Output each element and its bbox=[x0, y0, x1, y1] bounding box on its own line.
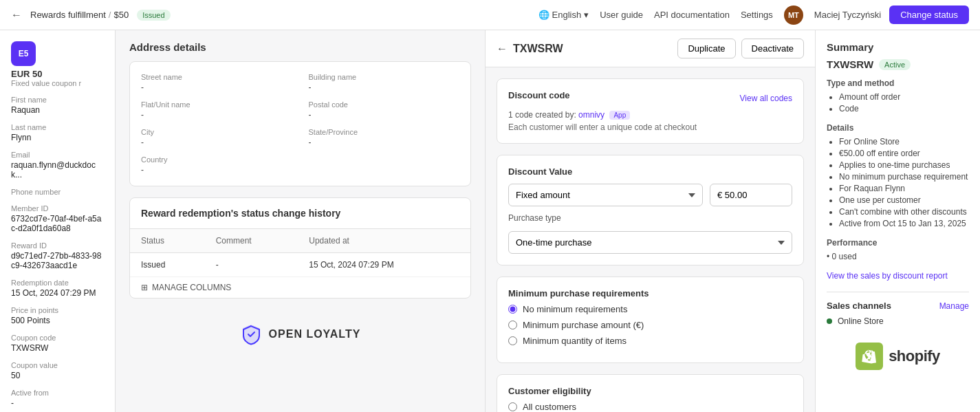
code-created-info: 1 code created by: omnivy App bbox=[508, 110, 792, 120]
user-name: Maciej Tyczyński bbox=[814, 10, 881, 20]
view-sales-link[interactable]: View the sales by discount report bbox=[827, 271, 969, 281]
manage-columns-button[interactable]: ⊞ MANAGE COLUMNS bbox=[130, 277, 470, 298]
last-name-value: Flynn bbox=[11, 133, 104, 142]
coupon-code-label: Coupon code bbox=[11, 334, 104, 342]
discount-type-select[interactable]: Fixed amount Percentage bbox=[508, 184, 703, 206]
city-value: - bbox=[141, 138, 292, 147]
country-value: - bbox=[141, 165, 292, 175]
shopify-bag-icon bbox=[856, 343, 883, 370]
email-label: Email bbox=[11, 151, 104, 159]
amount-input[interactable] bbox=[710, 184, 792, 206]
radio-min-amount[interactable]: Minimum purchase amount (€) bbox=[508, 320, 792, 330]
building-name-value: - bbox=[309, 83, 460, 92]
address-grid: Street name- Building name- Flat/Unit na… bbox=[141, 73, 459, 175]
address-card: Street name- Building name- Flat/Unit na… bbox=[129, 61, 471, 186]
radio-min-qty[interactable]: Minimum quantity of items bbox=[508, 336, 792, 346]
list-item: Code bbox=[839, 104, 969, 113]
redemption-date-value: 15 Oct, 2024 07:29 PM bbox=[11, 288, 104, 298]
history-title: Reward redemption's status change histor… bbox=[130, 198, 470, 229]
first-name-label: First name bbox=[11, 96, 104, 104]
shopify-logo-area: shopify bbox=[827, 343, 969, 370]
list-item: Amount off order bbox=[839, 92, 969, 102]
nav-back-button[interactable]: ← bbox=[11, 9, 22, 21]
col-comment: Comment bbox=[205, 229, 298, 253]
channel-name: Online Store bbox=[838, 316, 884, 326]
language-selector[interactable]: 🌐 English ▾ bbox=[538, 10, 589, 20]
customer-eligibility-section: Customer eligibility All customers Speci… bbox=[497, 374, 804, 412]
coupon-value-label: Coupon value bbox=[11, 361, 104, 369]
duplicate-button[interactable]: Duplicate bbox=[677, 39, 735, 58]
list-item: For Raquan Flynn bbox=[839, 184, 969, 193]
type-method-section: Type and method Amount off orderCode bbox=[827, 78, 969, 113]
summary-code-text: TXWSRW bbox=[827, 58, 873, 70]
purchase-type-select[interactable]: One-time purchase Subscription bbox=[508, 231, 792, 254]
city-label: City bbox=[141, 128, 292, 136]
discount-description: Each customer will enter a unique code a… bbox=[508, 122, 792, 132]
summary-panel: Summary TXWSRW Active Type and method Am… bbox=[815, 30, 980, 412]
summary-code-row: TXWSRW Active bbox=[827, 58, 969, 70]
list-item: Can't combine with other discounts bbox=[839, 207, 969, 217]
details-title: Details bbox=[827, 123, 969, 133]
history-card: Reward redemption's status change histor… bbox=[129, 197, 471, 299]
history-table: Status Comment Updated at Issued-15 Oct,… bbox=[130, 229, 470, 277]
sales-channels-title: Sales channels bbox=[827, 301, 891, 311]
last-name-label: Last name bbox=[11, 123, 104, 131]
discount-code-title: TXWSRW bbox=[513, 43, 672, 55]
phone-label: Phone number bbox=[11, 188, 104, 196]
table-cell-comment: - bbox=[205, 253, 298, 277]
col-status: Status bbox=[130, 229, 205, 253]
state-value: - bbox=[309, 138, 460, 147]
coupon-code-value: TXWSRW bbox=[11, 343, 104, 353]
list-item: Active from Oct 15 to Jan 13, 2025 bbox=[839, 219, 969, 228]
radio-all-customers[interactable]: All customers bbox=[508, 402, 792, 412]
change-status-button[interactable]: Change status bbox=[889, 6, 969, 24]
type-method-title: Type and method bbox=[827, 78, 969, 88]
table-row: Issued-15 Oct, 2024 07:29 PM bbox=[130, 253, 470, 277]
radio-no-min[interactable]: No minimum requirements bbox=[508, 304, 792, 314]
coupon-name: EUR 50 bbox=[11, 69, 104, 79]
view-all-codes-link[interactable]: View all codes bbox=[740, 94, 793, 103]
summary-active-badge: Active bbox=[879, 59, 911, 70]
list-item: No minimum purchase requirement bbox=[839, 172, 969, 182]
coupon-subtitle: Fixed value coupon r bbox=[11, 79, 104, 87]
table-cell-updated_at: 15 Oct, 2024 07:29 PM bbox=[298, 253, 470, 277]
purchase-type-label: Purchase type bbox=[508, 213, 792, 223]
settings-link[interactable]: Settings bbox=[741, 10, 773, 20]
customer-eligibility-radio-group: All customers Specific customer segments… bbox=[508, 402, 792, 412]
breadcrumb-root[interactable]: Rewards fulfillment bbox=[30, 10, 106, 20]
street-name-value: - bbox=[141, 83, 292, 92]
street-name-label: Street name bbox=[141, 73, 292, 81]
address-section-title: Address details bbox=[129, 41, 471, 53]
first-name-value: Raquan bbox=[11, 105, 104, 115]
discount-header: ← TXWSRW Duplicate Deactivate bbox=[486, 30, 815, 67]
avatar[interactable]: MT bbox=[784, 6, 803, 25]
postal-code-label: Postal code bbox=[309, 100, 460, 109]
deactivate-button[interactable]: Deactivate bbox=[741, 39, 804, 58]
open-loyalty-footer: OPEN LOYALTY bbox=[129, 310, 471, 359]
discount-code-panel: ← TXWSRW Duplicate Deactivate Discount c… bbox=[485, 30, 815, 412]
building-name-label: Building name bbox=[309, 73, 460, 81]
coupon-avatar: E5 bbox=[11, 41, 36, 66]
app-badge: App bbox=[609, 111, 630, 120]
channel-dot-icon bbox=[827, 318, 832, 324]
flat-unit-value: - bbox=[141, 110, 292, 120]
manage-link[interactable]: Manage bbox=[939, 301, 969, 311]
active-from-value: - bbox=[11, 398, 104, 408]
sales-channels-header: Sales channels Manage bbox=[827, 292, 969, 311]
api-doc-link[interactable]: API documentation bbox=[654, 10, 730, 20]
breadcrumb-separator: / bbox=[109, 10, 111, 20]
user-guide-link[interactable]: User guide bbox=[600, 10, 643, 20]
omnivy-link[interactable]: omnivy bbox=[578, 110, 605, 120]
email-value: raquan.flynn@duckdock... bbox=[11, 160, 104, 180]
flat-unit-label: Flat/Unit name bbox=[141, 100, 292, 109]
min-purchase-label: Minimum purchase requirements bbox=[508, 288, 792, 299]
open-loyalty-brand: OPEN LOYALTY bbox=[269, 328, 361, 340]
discount-back-button[interactable]: ← bbox=[497, 43, 508, 55]
active-from-label: Active from bbox=[11, 389, 104, 397]
open-loyalty-shield-icon bbox=[240, 323, 262, 345]
left-panel: E5 EUR 50 Fixed value coupon r First nam… bbox=[0, 30, 116, 412]
customer-eligibility-label: Customer eligibility bbox=[508, 386, 792, 396]
top-navigation: ← Rewards fulfillment / $50 Issued 🌐 Eng… bbox=[0, 0, 980, 30]
discount-code-section: Discount code View all codes 1 code crea… bbox=[497, 78, 804, 144]
member-id-value: 6732cd7e-70af-4bef-a5ac-d2a0f1da60a8 bbox=[11, 214, 104, 233]
